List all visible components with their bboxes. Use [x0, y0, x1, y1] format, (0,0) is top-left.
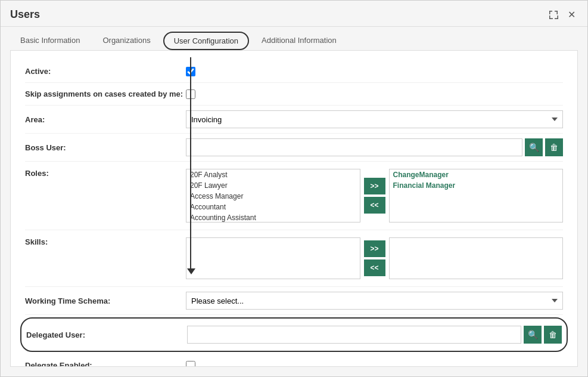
roles-move-right-button[interactable]: >> — [364, 178, 385, 194]
label-delegated-user: Delegated User: — [26, 330, 187, 339]
skills-move-left-button[interactable]: << — [364, 259, 385, 276]
tab-arrow-head — [187, 268, 195, 274]
delegated-user-input-group: 🔍 🗑 — [187, 326, 562, 344]
tab-user-configuration[interactable]: User Configuration — [163, 32, 249, 50]
boss-user-input-group: 🔍 🗑 — [186, 138, 563, 156]
expand-button[interactable] — [546, 9, 561, 21]
tab-basic-information[interactable]: Basic Information — [10, 32, 90, 50]
tabs-container: Basic Information Organizations User Con… — [1, 27, 587, 50]
list-item[interactable]: Accountant — [186, 202, 360, 212]
select-working-time[interactable]: Please select... — [186, 292, 563, 310]
header-icons: ✕ — [546, 8, 578, 21]
list-item[interactable]: Accounting Assistant — [186, 212, 360, 223]
field-active: Active: — [25, 60, 563, 83]
input-boss-user[interactable] — [186, 138, 522, 156]
control-skip-assignments — [186, 89, 563, 99]
list-item[interactable]: Access Manager — [186, 191, 360, 202]
modal-title: Users — [10, 8, 40, 21]
delete-icon: 🗑 — [550, 143, 558, 152]
delegated-user-search-button[interactable]: 🔍 — [524, 326, 542, 344]
skills-move-right-button[interactable]: >> — [364, 240, 385, 257]
control-delegated-user: 🔍 🗑 — [187, 326, 562, 344]
form-container: Active: Skip assignments on cases create… — [11, 51, 577, 367]
label-area: Area: — [25, 115, 186, 124]
label-skip-assignments: Skip assignments on cases created by me: — [25, 89, 186, 98]
modal-body: Active: Skip assignments on cases create… — [10, 50, 578, 367]
delegated-user-wrapper: Delegated User: 🔍 🗑 — [20, 317, 568, 352]
control-skills: >> << — [186, 237, 563, 279]
control-area: Invoicing — [186, 110, 563, 128]
delegated-user-delete-button[interactable]: 🗑 — [544, 326, 562, 344]
checkbox-delegate-enabled[interactable] — [186, 361, 195, 367]
control-delegate-enabled — [186, 361, 563, 367]
list-item[interactable]: 20F Analyst — [186, 169, 360, 180]
control-roles: 20F Analyst 20F Lawyer Access Manager Ac… — [186, 169, 563, 223]
input-delegated-user[interactable] — [187, 326, 521, 344]
search-icon: 🔍 — [528, 330, 538, 339]
delete-icon: 🗑 — [549, 330, 557, 339]
roles-transfer-buttons: >> << — [364, 178, 385, 214]
label-delegate-enabled: Delegate Enabled: — [25, 361, 186, 367]
list-item[interactable]: 20F Lawyer — [186, 180, 360, 191]
tab-additional-information[interactable]: Additional Information — [251, 32, 347, 50]
modal-window: Users ✕ Basic Information Organizations … — [0, 0, 588, 377]
field-delegated-user: Delegated User: 🔍 🗑 — [26, 321, 562, 348]
field-skills: Skills: >> << — [25, 230, 563, 287]
field-boss-user: Boss User: 🔍 🗑 — [25, 134, 563, 162]
roles-left-list[interactable]: 20F Analyst 20F Lawyer Access Manager Ac… — [186, 169, 360, 223]
tab-organizations[interactable]: Organizations — [92, 32, 160, 50]
list-item[interactable]: Financial Manager — [390, 180, 563, 191]
label-boss-user: Boss User: — [25, 143, 186, 152]
skills-transfer-buttons: >> << — [364, 240, 385, 276]
search-icon: 🔍 — [529, 143, 539, 152]
label-active: Active: — [25, 67, 186, 76]
skills-left-list[interactable] — [186, 237, 360, 279]
skills-right-list[interactable] — [389, 237, 564, 279]
field-working-time: Working Time Schema: Please select... — [25, 287, 563, 315]
roles-move-left-button[interactable]: << — [364, 197, 385, 214]
label-skills: Skills: — [25, 237, 186, 246]
boss-user-delete-button[interactable]: 🗑 — [545, 138, 563, 156]
label-roles: Roles: — [25, 169, 186, 178]
field-skip-assignments: Skip assignments on cases created by me: — [25, 83, 563, 106]
skills-dual-list: >> << — [186, 237, 563, 279]
select-area[interactable]: Invoicing — [186, 110, 563, 128]
expand-icon — [549, 10, 558, 20]
field-roles: Roles: 20F Analyst 20F Lawyer Access Man… — [25, 162, 563, 230]
field-delegate-enabled: Delegate Enabled: — [25, 354, 563, 367]
field-area: Area: Invoicing — [25, 106, 563, 134]
modal-header: Users ✕ — [1, 1, 587, 27]
label-working-time: Working Time Schema: — [25, 296, 186, 305]
list-item[interactable]: ChangeManager — [390, 169, 563, 180]
control-working-time: Please select... — [186, 292, 563, 310]
roles-right-list[interactable]: ChangeManager Financial Manager — [389, 169, 564, 223]
control-active — [186, 67, 563, 76]
close-button[interactable]: ✕ — [565, 8, 578, 21]
close-icon: ✕ — [568, 9, 575, 20]
boss-user-search-button[interactable]: 🔍 — [525, 138, 543, 156]
roles-dual-list: 20F Analyst 20F Lawyer Access Manager Ac… — [186, 169, 563, 223]
control-boss-user: 🔍 🗑 — [186, 138, 563, 156]
tab-arrow-line — [190, 57, 191, 272]
